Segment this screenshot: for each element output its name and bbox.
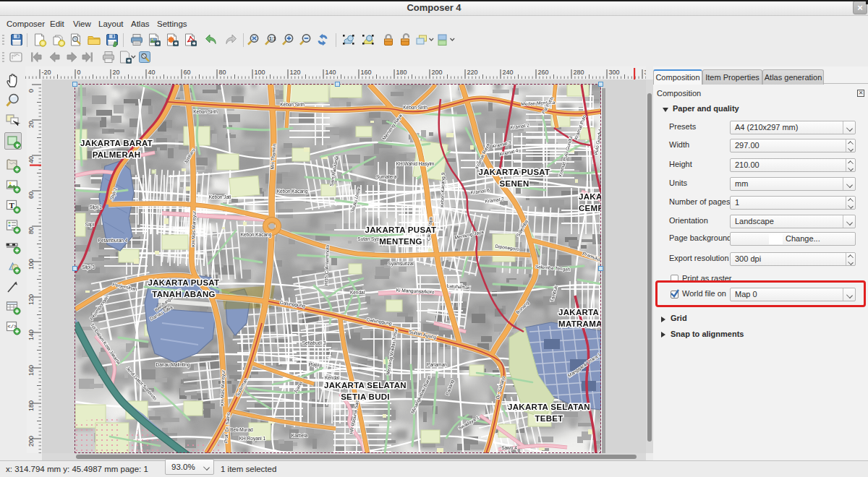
svg-text:JAKARTA PUSAT: JAKARTA PUSAT [479,168,550,176]
svg-text:Kebon Kacang: Kebon Kacang [241,232,272,238]
svg-text:200: 200 [432,69,443,76]
svg-text:120: 120 [27,294,35,305]
svg-text:40: 40 [27,156,35,163]
svg-text:Kebon Sirih: Kebon Sirih [193,109,218,114]
svg-text:CEMPAK: CEMPAK [579,204,601,212]
svg-text:140: 140 [326,69,336,76]
svg-text:Slipi 1: Slipi 1 [89,205,102,210]
svg-text:Kebon Sirih: Kebon Sirih [403,105,427,110]
svg-text:260: 260 [538,69,549,76]
svg-text:JAKARTA SELATAN: JAKARTA SELATAN [508,403,590,411]
svg-text:Karbela: Karbela [292,433,308,438]
svg-text:20: 20 [27,121,35,128]
svg-text:Kendal: Kendal [350,290,365,295]
svg-text:TEBET: TEBET [535,414,563,423]
svg-text:120: 120 [290,69,301,76]
svg-text:40: 40 [148,69,156,76]
svg-text:Kebon Jati: Kebon Jati [209,194,231,199]
svg-text:Pariaman: Pariaman [427,362,447,367]
svg-text:0: 0 [27,89,35,93]
svg-text:160: 160 [27,365,35,376]
svg-text:TANAH ABANG: TANAH ABANG [152,290,216,298]
svg-text:KH Royani 1: KH Royani 1 [239,436,266,442]
svg-text:180: 180 [396,69,407,76]
svg-text:300: 300 [609,69,620,76]
svg-text:220: 220 [467,69,478,76]
svg-text:KH Wahid Hasyim: KH Wahid Hasyim [396,161,435,167]
svg-text:60: 60 [184,69,191,76]
svg-text:200: 200 [27,436,35,447]
svg-text:SENEN: SENEN [499,179,529,188]
svg-text:JAKARTA TIM: JAKARTA TIM [558,308,601,317]
svg-text:320: 320 [644,69,647,76]
svg-text:20: 20 [113,69,120,76]
svg-text:1:1: 1:1 [269,36,276,41]
svg-text:PALMERAH: PALMERAH [93,150,141,159]
svg-text:JAKARTA BARAT: JAKARTA BARAT [80,139,153,147]
svg-text:Petamburan 4: Petamburan 4 [98,238,128,243]
svg-text:Kebon Kacang: Kebon Kacang [277,189,308,194]
svg-text:Kendal: Kendal [325,375,340,380]
svg-text:240: 240 [503,69,514,76]
svg-text:60: 60 [27,192,35,199]
svg-text:JAKARTA SELATAN: JAKARTA SELATAN [324,381,407,390]
svg-text:Plaju: Plaju [309,362,320,368]
svg-text:Setiabudi 3: Setiabudi 3 [302,340,326,345]
svg-text:160: 160 [361,69,372,76]
svg-text:Danau Malinting: Danau Malinting [156,362,190,368]
svg-text:140: 140 [27,330,35,340]
svg-text:JAKARTA PUSAT: JAKARTA PUSAT [148,278,220,287]
svg-text:T: T [9,201,15,210]
svg-text:80: 80 [219,69,226,76]
svg-text:-20: -20 [42,69,51,76]
svg-text:Slipi 3: Slipi 3 [82,265,95,270]
svg-text:Syamsurizal: Syamsurizal [388,261,414,267]
svg-text:MATRAMAN: MATRAMAN [558,319,601,328]
svg-text:Kebon Sirih: Kebon Sirih [280,102,305,107]
svg-text:MENTENG: MENTENG [379,237,422,246]
svg-text:JAKARTA PUSAT: JAKARTA PUSAT [365,225,437,234]
svg-text:Bek Murad: Bek Murad [230,427,253,432]
svg-text:180: 180 [27,400,35,411]
svg-text:80: 80 [27,227,35,234]
svg-text:100: 100 [255,69,265,76]
svg-text:SETIA BUDI: SETIA BUDI [341,392,390,401]
svg-text:Sumatera: Sumatera [376,174,397,179]
svg-text:JAKARTA: JAKARTA [579,192,601,201]
svg-text:0: 0 [77,69,81,76]
svg-text:100: 100 [27,259,35,270]
svg-text:280: 280 [574,69,584,76]
svg-text:Slipi: Slipi [85,222,94,228]
svg-text:Sawo 4: Sawo 4 [501,445,517,450]
